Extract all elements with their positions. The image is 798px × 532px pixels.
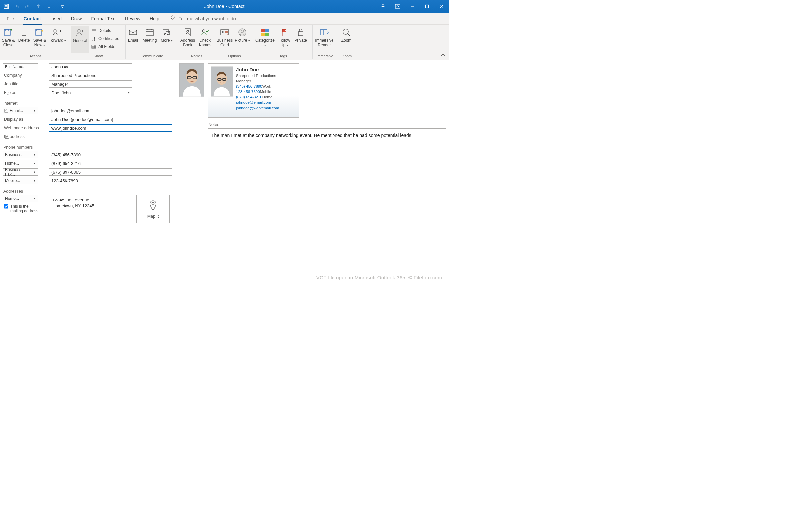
- email-type-button[interactable]: Email...: [3, 107, 31, 114]
- picture-icon: [237, 27, 248, 37]
- general-button[interactable]: General: [71, 26, 89, 53]
- svg-rect-3: [395, 4, 400, 8]
- calendar-icon: [144, 27, 155, 37]
- phone-business-button[interactable]: Business...: [3, 151, 31, 158]
- business-card-preview[interactable]: John Doe Sharpened Productions Manager (…: [208, 63, 299, 118]
- svg-rect-7: [5, 29, 8, 31]
- follow-up-button[interactable]: Follow Up ▾: [276, 26, 292, 53]
- group-tags: Tags: [254, 54, 312, 58]
- internet-section: Internet: [3, 101, 175, 106]
- display-as-input[interactable]: [49, 116, 172, 123]
- collapse-ribbon-button[interactable]: [439, 52, 447, 58]
- group-zoom: Zoom: [337, 54, 357, 58]
- minimize-button[interactable]: [405, 0, 420, 13]
- svg-point-33: [152, 203, 154, 205]
- content-area: Full Name... Company Job title File as D…: [0, 60, 449, 299]
- svg-point-23: [239, 28, 246, 36]
- redo-icon[interactable]: [25, 3, 31, 9]
- undo-icon[interactable]: [14, 3, 20, 9]
- email-type-dropdown[interactable]: ▾: [31, 107, 38, 114]
- full-name-button[interactable]: Full Name...: [3, 63, 38, 71]
- file-as-combo[interactable]: Doe, John▾: [49, 89, 132, 96]
- forward-button[interactable]: Forward ▾: [48, 26, 66, 53]
- phone-home-input[interactable]: [49, 159, 172, 167]
- addresses-section: Addresses: [3, 189, 175, 193]
- phone-home-dropdown[interactable]: ▾: [31, 159, 38, 167]
- address-type-button[interactable]: Home...: [3, 195, 31, 202]
- phone-mobile-dropdown[interactable]: ▾: [31, 177, 38, 184]
- tab-contact[interactable]: Contact: [19, 13, 45, 24]
- save-new-button[interactable]: Save & New ▾: [31, 26, 48, 53]
- address-type-dropdown[interactable]: ▾: [31, 195, 38, 202]
- title-bar: John Doe - Contact: [0, 0, 449, 13]
- check-names-button[interactable]: Check Names: [197, 26, 213, 53]
- phone-business-dropdown[interactable]: ▾: [31, 151, 38, 158]
- picture-button[interactable]: Picture ▾: [234, 26, 251, 53]
- phone-mobile-button[interactable]: Mobile...: [3, 177, 31, 184]
- tab-insert[interactable]: Insert: [45, 13, 66, 24]
- im-input[interactable]: [49, 133, 172, 140]
- tab-help[interactable]: Help: [145, 13, 164, 24]
- svg-point-30: [343, 29, 348, 34]
- categorize-icon: [260, 27, 270, 37]
- save-close-button[interactable]: Save & Close: [0, 26, 17, 53]
- company-label: Company: [3, 73, 39, 78]
- email-button[interactable]: Email: [126, 26, 140, 53]
- save-icon[interactable]: [3, 3, 9, 9]
- tell-me[interactable]: Tell me what you want to do: [170, 15, 236, 22]
- address-book-button[interactable]: Address Book: [178, 26, 197, 53]
- mailing-address-checkbox[interactable]: This is the mailing address: [3, 204, 39, 213]
- ribbon-display-icon[interactable]: [391, 0, 405, 13]
- web-input[interactable]: [49, 125, 172, 132]
- phone-bfax-input[interactable]: [49, 168, 172, 175]
- phone-home-button[interactable]: Home...: [3, 159, 31, 167]
- zoom-button[interactable]: Zoom: [337, 26, 356, 53]
- meeting-button[interactable]: Meeting: [140, 26, 159, 53]
- group-immersive: Immersive: [312, 54, 337, 58]
- maximize-button[interactable]: [420, 0, 434, 13]
- categorize-button[interactable]: Categorize ▾: [254, 26, 276, 53]
- private-button[interactable]: Private: [292, 26, 308, 53]
- details-button[interactable]: Details: [89, 26, 121, 35]
- company-input[interactable]: [49, 72, 132, 79]
- tab-review[interactable]: Review: [120, 13, 145, 24]
- phone-mobile-input[interactable]: [49, 177, 172, 184]
- im-label: IM address: [3, 134, 39, 139]
- address-input[interactable]: 12345 First Avenue Hometown, NY 12345: [50, 195, 133, 224]
- next-item-icon[interactable]: [46, 3, 52, 9]
- customize-qat-icon[interactable]: [59, 3, 65, 9]
- group-communicate: Communicate: [126, 54, 178, 58]
- tab-draw[interactable]: Draw: [66, 13, 87, 24]
- coming-soon-icon[interactable]: [376, 0, 391, 13]
- phone-bfax-button[interactable]: Business Fax...: [3, 168, 31, 175]
- svg-rect-4: [425, 5, 429, 8]
- svg-rect-27: [261, 33, 265, 36]
- certificates-button[interactable]: Certificates: [89, 35, 121, 42]
- full-name-input[interactable]: [49, 63, 132, 71]
- svg-rect-15: [129, 30, 137, 35]
- tab-format-text[interactable]: Format Text: [87, 13, 120, 24]
- email-input[interactable]: [49, 107, 172, 114]
- group-names: Names: [178, 54, 215, 58]
- tab-file[interactable]: File: [2, 13, 19, 24]
- phone-bfax-dropdown[interactable]: ▾: [31, 168, 38, 175]
- chat-icon: [161, 27, 172, 37]
- delete-button[interactable]: Delete: [17, 26, 31, 53]
- contact-photo[interactable]: [179, 63, 205, 97]
- svg-rect-2: [5, 7, 8, 8]
- immersive-reader-button[interactable]: Immersive Reader: [312, 26, 336, 53]
- file-as-label: File as: [3, 91, 39, 95]
- phone-business-input[interactable]: [49, 151, 172, 158]
- more-button[interactable]: More ▾: [159, 26, 174, 53]
- notes-input[interactable]: The man I met at the company networking …: [208, 128, 446, 284]
- all-fields-button[interactable]: All Fields: [89, 42, 121, 51]
- business-card-button[interactable]: Business Card: [215, 26, 234, 53]
- close-button[interactable]: [434, 0, 449, 13]
- prev-item-icon[interactable]: [35, 3, 41, 9]
- person-icon: [75, 27, 86, 38]
- bcard-row: 123-456-7890Mobile: [236, 89, 279, 94]
- map-it-button[interactable]: Map It: [136, 195, 170, 224]
- job-title-input[interactable]: [49, 80, 132, 88]
- bcard-title: Manager: [236, 78, 279, 84]
- lock-icon: [295, 27, 306, 37]
